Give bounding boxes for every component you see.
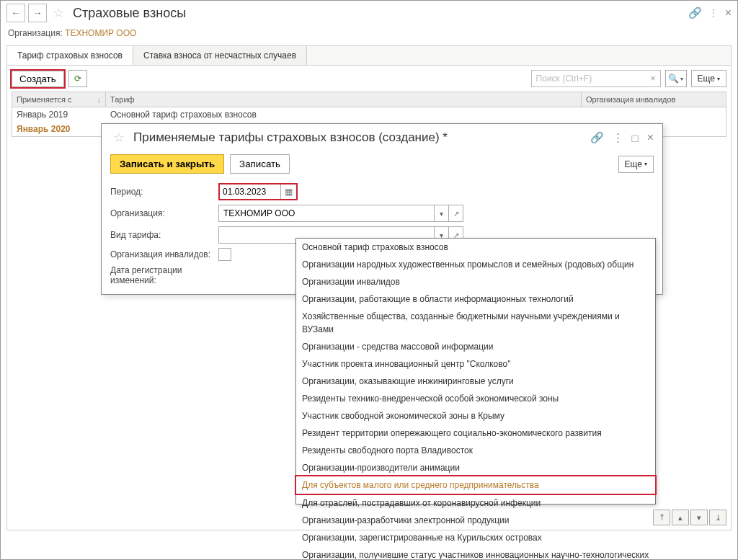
modal-close-button[interactable]: × [647, 131, 654, 144]
cell-date: Январь 2020 [12, 122, 106, 136]
dropdown-item[interactable]: Резиденты технико-внедренческой особой э… [296, 390, 655, 407]
grid-header: Применяется с↓ Тариф Организация инвалид… [12, 92, 726, 107]
dropdown-item[interactable]: Организации-производители анимации [296, 459, 655, 476]
sort-icon: ↓ [97, 95, 102, 104]
org-line: Организация: ТЕХНОМИР ООО [1, 25, 737, 41]
org-combo[interactable]: ▾ ↗ [218, 205, 463, 222]
period-field[interactable] [220, 185, 280, 199]
tariff-dropdown-list: Основной тариф страховых взносовОрганиза… [295, 238, 656, 505]
inv-checkbox[interactable] [218, 248, 231, 261]
dropdown-item[interactable]: Хозяйственные общества, созданные бюджет… [296, 308, 655, 338]
cell-date: Январь 2019 [12, 107, 106, 122]
tariff-label: Вид тарифа: [110, 230, 211, 240]
dropdown-item[interactable]: Основной тариф страховых взносов [296, 239, 655, 256]
dropdown-item[interactable]: Для отраслей, пострадавших от коронавиру… [296, 494, 655, 512]
modal-title: Применяемые тарифы страховых взносов (со… [133, 130, 448, 145]
favorite-icon[interactable]: ☆ [113, 130, 125, 146]
chevron-down-icon[interactable]: ▾ [434, 205, 448, 221]
period-input[interactable]: ▦ [218, 183, 298, 200]
dropdown-item[interactable]: Участник свободной экономической зоны в … [296, 407, 655, 425]
refresh-button[interactable]: ⟳ [68, 70, 87, 87]
save-button[interactable]: Записать [230, 154, 290, 174]
create-button[interactable]: Создать [12, 71, 64, 87]
dropdown-item[interactable]: Организации инвалидов [296, 273, 655, 290]
open-external-icon[interactable]: ↗ [448, 205, 463, 221]
org-value[interactable]: ТЕХНОМИР ООО [65, 28, 136, 38]
link-icon[interactable]: 🔗 [590, 131, 604, 144]
tab-tariff[interactable]: Тариф страховых взносов [7, 46, 133, 65]
kebab-icon[interactable]: ⋮ [709, 8, 718, 18]
dropdown-item[interactable]: Для субъектов малого или среднего предпр… [296, 476, 655, 494]
col-tariff[interactable]: Тариф [106, 92, 582, 107]
dropdown-item[interactable]: Участник проекта инновационный центр "Ск… [296, 355, 655, 373]
dropdown-item[interactable]: Резиденты свободного порта Владивосток [296, 442, 655, 459]
org-label: Организация: [8, 28, 63, 38]
save-close-button[interactable]: Записать и закрыть [110, 154, 224, 174]
page-title: Страховые взносы [73, 6, 186, 21]
search-placeholder: Поиск (Ctrl+F) [536, 74, 592, 84]
col-applied-from[interactable]: Применяется с↓ [12, 92, 106, 107]
search-button[interactable]: 🔍▾ [665, 70, 687, 87]
dropdown-item[interactable]: Организации, оказывающие инжиниринговые … [296, 373, 655, 390]
period-label: Период: [110, 187, 211, 197]
search-input[interactable]: Поиск (Ctrl+F) × [531, 70, 661, 87]
dropdown-item[interactable]: Организации, работающие в области информ… [296, 290, 655, 308]
maximize-icon[interactable]: □ [632, 132, 639, 144]
footer-nav: ⤒ ▴ ▾ ⤓ [653, 510, 726, 525]
dropdown-item[interactable]: Резидент территории опережающего социаль… [296, 425, 655, 442]
back-button[interactable]: ← [6, 4, 25, 22]
forward-button[interactable]: → [28, 4, 47, 22]
dropdown-item[interactable]: Организации-разработчики электронной про… [296, 512, 655, 529]
inv-label: Организация инвалидов: [110, 249, 211, 259]
dropdown-item[interactable]: Организации - средства массовой информац… [296, 338, 655, 355]
org-field[interactable] [219, 205, 434, 221]
scroll-down-button[interactable]: ▾ [690, 510, 708, 525]
calendar-icon[interactable]: ▦ [280, 185, 296, 199]
create-modal: ☆ Применяемые тарифы страховых взносов (… [101, 123, 663, 295]
close-button[interactable]: × [725, 6, 732, 19]
regdate-label: Дата регистрации изменений: [110, 265, 226, 285]
tab-accident[interactable]: Ставка взноса от несчастных случаев [133, 46, 307, 65]
main-toolbar: ← → ☆ Страховые взносы 🔗 ⋮ × [1, 1, 737, 25]
modal-more-button[interactable]: Еще▾ [618, 156, 654, 173]
dropdown-item[interactable]: Организации, зарегистрированные на Курил… [296, 529, 655, 546]
tabs: Тариф страховых взносов Ставка взноса от… [6, 45, 732, 66]
scroll-bottom-button[interactable]: ⤓ [709, 510, 726, 525]
kebab-icon[interactable]: ⋮ [613, 131, 623, 144]
cell-tariff: Основной тариф страховых взносов [106, 107, 726, 122]
col-disabled-org[interactable]: Организация инвалидов [582, 92, 726, 107]
modal-toolbar: Записать и закрыть Записать Еще▾ [102, 151, 662, 181]
inner-toolbar: Создать ⟳ Поиск (Ctrl+F) × 🔍▾ Еще▾ [12, 70, 726, 87]
modal-header: ☆ Применяемые тарифы страховых взносов (… [102, 124, 662, 151]
dropdown-item[interactable]: Организации народных художественных пром… [296, 256, 655, 273]
more-button[interactable]: Еще▾ [691, 70, 726, 87]
content-panel: Создать ⟳ Поиск (Ctrl+F) × 🔍▾ Еще▾ Приме… [6, 66, 732, 530]
clear-icon[interactable]: × [651, 74, 656, 84]
scroll-top-button[interactable]: ⤒ [653, 510, 670, 525]
favorite-icon[interactable]: ☆ [53, 5, 64, 21]
dropdown-item[interactable]: Организации, получившие статус участнико… [296, 546, 655, 560]
org-label: Организация: [110, 208, 211, 218]
table-row[interactable]: Январь 2019 Основной тариф страховых взн… [12, 107, 726, 122]
scroll-up-button[interactable]: ▴ [672, 510, 689, 525]
link-icon[interactable]: 🔗 [688, 6, 702, 19]
